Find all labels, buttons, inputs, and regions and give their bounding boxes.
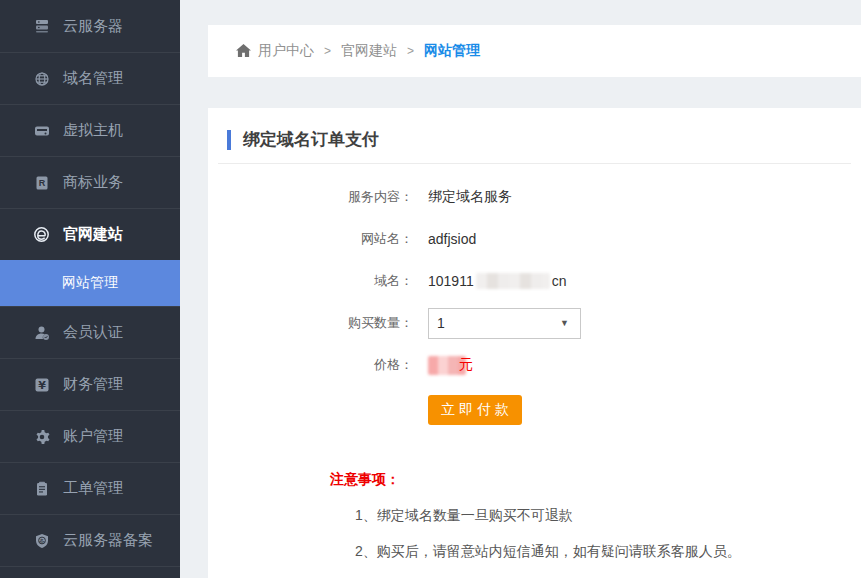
shield-icon: 备 xyxy=(33,532,50,549)
site-name-row: 网站名： adfjsiod xyxy=(208,218,861,260)
sidebar-item-label: 虚拟主机 xyxy=(63,121,123,140)
domain-value-prefix: 101911 xyxy=(428,273,474,289)
sidebar-subitem-website-management[interactable]: 网站管理 xyxy=(0,260,180,306)
price-row: 价格： 元 xyxy=(208,344,861,386)
sidebar-item-work-order[interactable]: 工单管理 xyxy=(0,462,180,514)
website-icon xyxy=(33,226,50,243)
service-content-label: 服务内容： xyxy=(208,188,413,206)
breadcrumb-separator: > xyxy=(324,44,331,58)
sidebar-item-account[interactable]: 账户管理 xyxy=(0,410,180,462)
notes-section: 注意事项： 1、绑定域名数量一旦购买不可退款 2、购买后，请留意站内短信通知，如… xyxy=(330,471,861,561)
breadcrumb: 用户中心 > 官网建站 > 网站管理 xyxy=(208,25,861,77)
host-icon xyxy=(33,122,50,139)
order-form: 服务内容： 绑定域名服务 网站名： adfjsiod 域名： 101911 cn… xyxy=(208,176,861,425)
sidebar-item-member-certification[interactable]: 会员认证 xyxy=(0,306,180,358)
sidebar-item-label: 财务管理 xyxy=(63,375,123,394)
note-item: 2、购买后，请留意站内短信通知，如有疑问请联系客服人员。 xyxy=(355,543,861,561)
order-payment-panel: 绑定域名订单支付 服务内容： 绑定域名服务 网站名： adfjsiod 域名： … xyxy=(208,108,861,578)
service-content-row: 服务内容： 绑定域名服务 xyxy=(208,176,861,218)
sidebar-subitem-label: 网站管理 xyxy=(62,274,118,292)
service-content-value: 绑定域名服务 xyxy=(428,188,512,206)
sidebar-item-label: 账户管理 xyxy=(63,427,123,446)
domain-value: 101911 cn xyxy=(428,273,566,289)
sidebar-item-label: 工单管理 xyxy=(63,479,123,498)
quantity-select[interactable]: 1 xyxy=(428,308,581,339)
domain-redacted-blur xyxy=(476,273,550,289)
price-value: 元 xyxy=(428,356,473,375)
pay-now-button[interactable]: 立即付款 xyxy=(428,395,522,425)
sidebar-item-label: 商标业务 xyxy=(63,173,123,192)
svg-text:R: R xyxy=(38,178,45,188)
domain-row: 域名： 101911 cn xyxy=(208,260,861,302)
svg-text:备: 备 xyxy=(39,537,45,543)
price-label: 价格： xyxy=(208,356,413,374)
sidebar-item-cloud-server[interactable]: 云服务器 xyxy=(0,0,180,52)
sidebar-divider xyxy=(0,566,180,578)
sidebar-item-label: 云服务器备案 xyxy=(63,531,153,550)
breadcrumb-item-website-management[interactable]: 网站管理 xyxy=(424,42,480,60)
breadcrumb-item-user-center[interactable]: 用户中心 xyxy=(258,42,314,60)
svg-text:¥: ¥ xyxy=(38,379,46,392)
sidebar-item-label: 会员认证 xyxy=(63,323,123,342)
quantity-label: 购买数量： xyxy=(208,314,413,332)
price-unit: 元 xyxy=(459,356,473,374)
site-name-label: 网站名： xyxy=(208,230,413,248)
page-title: 绑定域名订单支付 xyxy=(227,130,861,150)
breadcrumb-item-website-builder[interactable]: 官网建站 xyxy=(341,42,397,60)
gear-icon xyxy=(33,428,50,445)
sidebar-item-label: 域名管理 xyxy=(63,69,123,88)
sidebar-item-trademark[interactable]: R 商标业务 xyxy=(0,156,180,208)
quantity-row: 购买数量： 1 ▼ xyxy=(208,302,861,344)
globe-icon xyxy=(33,70,50,87)
sidebar-item-website-builder[interactable]: 官网建站 xyxy=(0,208,180,260)
note-item: 1、绑定域名数量一旦购买不可退款 xyxy=(355,507,861,525)
trademark-icon: R xyxy=(33,174,50,191)
sidebar-item-server-filing[interactable]: 备 云服务器备案 xyxy=(0,514,180,566)
sidebar-item-virtual-host[interactable]: 虚拟主机 xyxy=(0,104,180,156)
sidebar-item-finance[interactable]: ¥ 财务管理 xyxy=(0,358,180,410)
domain-label: 域名： xyxy=(208,272,413,290)
clipboard-icon xyxy=(33,480,50,497)
domain-value-suffix: cn xyxy=(552,273,567,289)
sidebar-item-label: 云服务器 xyxy=(63,17,123,36)
server-icon xyxy=(33,18,50,35)
member-check-icon xyxy=(33,324,50,341)
site-name-value: adfjsiod xyxy=(428,231,476,247)
notes-title: 注意事项： xyxy=(330,471,861,489)
yuan-icon: ¥ xyxy=(33,376,50,393)
sidebar: 云服务器 域名管理 虚拟主机 R 商标业务 官网建站 网站管理 会员认证 xyxy=(0,0,180,578)
sidebar-item-domain-management[interactable]: 域名管理 xyxy=(0,52,180,104)
sidebar-item-label: 官网建站 xyxy=(63,225,123,244)
home-icon xyxy=(236,44,251,58)
title-divider xyxy=(218,163,851,164)
breadcrumb-separator: > xyxy=(407,44,414,58)
